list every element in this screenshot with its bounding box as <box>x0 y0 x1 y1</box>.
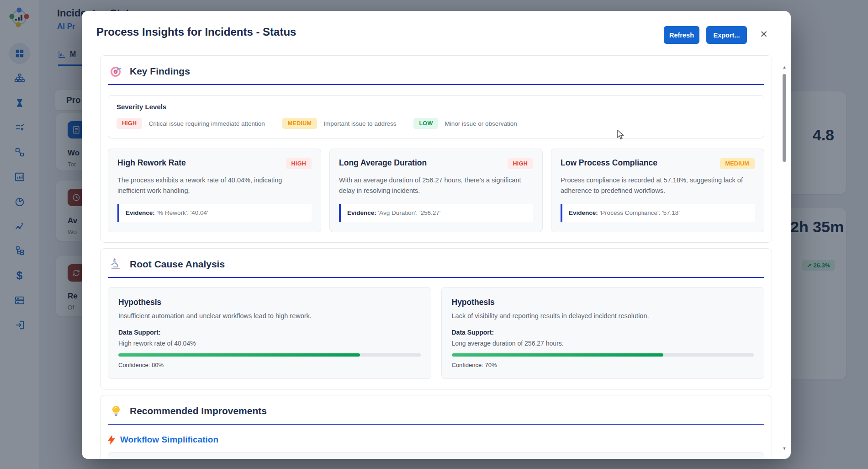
evidence-value: '% Rework': '40.04' <box>157 209 208 216</box>
scrollbar-thumb[interactable] <box>783 74 786 162</box>
export-button[interactable]: Export... <box>706 26 747 44</box>
finding-description: The process exhibits a rework rate of 40… <box>117 175 312 197</box>
data-support-label: Data Support: <box>118 329 421 336</box>
refresh-button[interactable]: Refresh <box>664 26 699 44</box>
confidence-label: Confidence: 70% <box>452 362 754 368</box>
section-title: Recommended Improvements <box>130 405 267 416</box>
evidence-value: 'Avg Duration': '256.27' <box>378 209 441 216</box>
improvements-section: Recommended Improvements Workflow Simpli… <box>100 395 772 459</box>
section-title: Key Findings <box>130 66 190 77</box>
modal-header: Process Insights for Incidents - Status … <box>82 11 791 55</box>
severity-badge: HIGH <box>286 158 312 169</box>
evidence-label: Evidence: <box>126 209 155 216</box>
finding-card-low-compliance: Low Process Compliance MEDIUM Process co… <box>551 149 764 232</box>
finding-description: With an average duration of 256.27 hours… <box>339 175 533 197</box>
modal-body: Key Findings Severity Levels HIGH Critic… <box>100 55 772 459</box>
lightbulb-icon <box>110 405 122 417</box>
severity-legend: Severity Levels HIGH Critical issue requ… <box>108 95 764 139</box>
severity-badge-medium: MEDIUM <box>282 118 318 129</box>
key-findings-section: Key Findings Severity Levels HIGH Critic… <box>100 55 772 243</box>
finding-card-high-rework: High Rework Rate HIGH The process exhibi… <box>108 149 321 232</box>
root-cause-section: Root Cause Analysis Hypothesis Insuffici… <box>100 248 772 389</box>
confidence-progress-track <box>118 353 421 357</box>
severity-badge: HIGH <box>508 158 533 169</box>
close-icon[interactable]: ✕ <box>757 27 771 41</box>
modal-scrollbar[interactable]: ▲ ▼ <box>781 57 788 456</box>
severity-desc: Important issue to address <box>323 120 396 127</box>
scroll-down-icon[interactable]: ▼ <box>782 446 787 451</box>
finding-title: Low Process Compliance <box>561 158 657 168</box>
severity-desc: Critical issue requiring immediate atten… <box>148 120 265 127</box>
severity-badge-high: HIGH <box>116 118 142 129</box>
target-icon <box>110 65 122 78</box>
data-support-label: Data Support: <box>452 329 754 336</box>
finding-title: High Rework Rate <box>117 158 186 168</box>
key-findings-header: Key Findings <box>108 63 764 85</box>
section-title: Root Cause Analysis <box>130 259 225 270</box>
evidence-box: Evidence: '% Rework': '40.04' <box>117 204 312 222</box>
hypothesis-text: Lack of visibility and reporting results… <box>452 312 754 320</box>
severity-badge: MEDIUM <box>720 158 755 169</box>
lightning-icon <box>108 435 116 445</box>
confidence-progress-fill <box>452 353 663 357</box>
evidence-label: Evidence: <box>569 209 598 216</box>
evidence-value: 'Process Compliance': '57.18' <box>600 209 680 216</box>
improvements-header: Recommended Improvements <box>108 403 764 425</box>
evidence-box: Evidence: 'Process Compliance': '57.18' <box>561 204 755 222</box>
hypothesis-title: Hypothesis <box>118 298 421 307</box>
finding-description: Process compliance is recorded at 57.18%… <box>561 175 755 197</box>
hypothesis-title: Hypothesis <box>452 298 754 307</box>
finding-card-long-duration: Long Average Duration HIGH With an avera… <box>329 149 543 232</box>
improvement-category: Workflow Simplification <box>108 435 764 445</box>
evidence-box: Evidence: 'Avg Duration': '256.27' <box>339 204 533 222</box>
process-insights-modal: Process Insights for Incidents - Status … <box>82 11 791 459</box>
mouse-cursor <box>617 130 626 142</box>
hypothesis-card-visibility: Hypothesis Lack of visibility and report… <box>441 287 765 379</box>
microscope-icon <box>110 258 122 271</box>
finding-title: Long Average Duration <box>339 158 427 168</box>
data-support-text: High rework rate of 40.04% <box>118 340 421 347</box>
root-cause-header: Root Cause Analysis <box>108 256 764 278</box>
hypothesis-card-rework: Hypothesis Insufficient automation and u… <box>108 287 431 379</box>
severity-badge-low: LOW <box>413 118 438 129</box>
evidence-label: Evidence: <box>347 209 376 216</box>
confidence-progress-track <box>452 353 754 357</box>
severity-desc: Minor issue or observation <box>445 120 517 127</box>
hypothesis-text: Insufficient automation and unclear work… <box>118 312 421 320</box>
confidence-progress-fill <box>118 353 360 357</box>
data-support-text: Long average duration of 256.27 hours. <box>452 340 754 347</box>
scroll-up-icon[interactable]: ▲ <box>782 65 787 69</box>
confidence-label: Confidence: 80% <box>118 362 421 368</box>
severity-legend-title: Severity Levels <box>116 103 756 111</box>
modal-title: Process Insights for Incidents - Status <box>96 26 296 38</box>
improvement-item-streamline[interactable]: Streamline Workflow Transitions ▼ <box>108 452 764 459</box>
